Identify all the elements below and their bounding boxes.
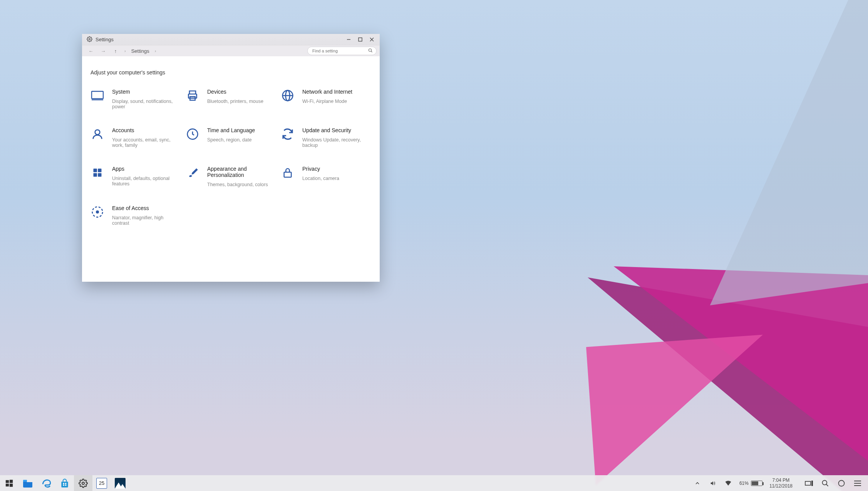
wifi-icon[interactable]: [724, 480, 732, 486]
category-title: Apps: [112, 166, 181, 172]
category-title: Network and Internet: [302, 89, 352, 95]
taskbar-settings[interactable]: [74, 475, 92, 491]
breadcrumb[interactable]: Settings: [131, 48, 149, 54]
category-time-language[interactable]: Time and LanguageSpeech, region, date: [186, 127, 276, 148]
category-accounts[interactable]: AccountsYour accounts, email, sync, work…: [90, 127, 181, 148]
maximize-button[interactable]: [354, 34, 366, 45]
battery-percent: 61%: [739, 481, 749, 486]
category-devices[interactable]: DevicesBluetooth, printers, mouse: [186, 89, 276, 109]
task-view-icon[interactable]: [805, 480, 813, 486]
taskbar-clock[interactable]: 7:04 PM 11/12/2018: [769, 478, 793, 489]
category-desc: Themes, background, colors: [207, 182, 276, 187]
brush-icon: [186, 166, 199, 180]
category-ease-of-access[interactable]: Ease of AccessNarrator, magnifier, high …: [90, 205, 181, 226]
svg-rect-26: [10, 483, 13, 486]
category-title: Privacy: [302, 166, 339, 172]
page-heading: Adjust your computer's settings: [90, 69, 371, 76]
clock-time: 7:04 PM: [769, 478, 793, 483]
svg-point-37: [839, 480, 845, 486]
category-apps[interactable]: AppsUninstall, defaults, optional featur…: [90, 166, 181, 187]
taskbar-left: 25: [0, 475, 129, 491]
person-icon: [90, 127, 104, 141]
category-personalization[interactable]: Appearance and PersonalizationThemes, ba…: [186, 166, 276, 187]
svg-rect-33: [805, 481, 811, 485]
taskbar-app[interactable]: [111, 475, 129, 491]
battery-status[interactable]: 61%: [739, 481, 762, 486]
svg-line-6: [371, 51, 372, 52]
svg-rect-20: [284, 172, 292, 177]
calendar-icon: 25: [96, 478, 107, 489]
up-button[interactable]: ↑: [112, 48, 119, 54]
category-title: Appearance and Personalization: [207, 166, 276, 178]
category-desc: Speech, region, date: [207, 137, 255, 143]
svg-rect-24: [10, 479, 13, 483]
battery-icon: [751, 481, 762, 486]
category-desc: Windows Update, recovery, backup: [302, 137, 371, 148]
category-privacy[interactable]: PrivacyLocation, camera: [281, 166, 371, 187]
menu-button[interactable]: [853, 480, 862, 486]
category-title: Devices: [207, 89, 263, 95]
svg-point-0: [89, 38, 90, 40]
volume-icon[interactable]: [709, 480, 717, 486]
search-button[interactable]: [821, 479, 829, 487]
clock-date: 11/12/2018: [769, 483, 793, 489]
svg-rect-23: [6, 480, 9, 483]
gear-icon: [87, 36, 92, 43]
taskbar-file-explorer[interactable]: [18, 475, 37, 491]
back-button[interactable]: ←: [87, 48, 94, 54]
svg-point-14: [95, 130, 100, 135]
svg-rect-25: [6, 483, 9, 486]
category-desc: Bluetooth, printers, mouse: [207, 99, 263, 104]
category-desc: Wi-Fi, Airplane Mode: [302, 99, 352, 104]
minimize-button[interactable]: [343, 34, 354, 45]
category-desc: Uninstall, defaults, optional features: [112, 176, 181, 187]
svg-rect-16: [94, 169, 97, 172]
window-title: Settings: [96, 37, 343, 42]
lock-icon: [281, 166, 295, 180]
settings-content: Adjust your computer's settings SystemDi…: [82, 56, 380, 282]
svg-point-5: [369, 49, 372, 52]
category-network[interactable]: Network and InternetWi-Fi, Airplane Mode: [281, 89, 371, 109]
printer-icon: [186, 89, 199, 103]
category-title: Accounts: [112, 127, 181, 133]
nav-toolbar: ← → ↑ › Settings ›: [82, 45, 380, 56]
svg-rect-7: [92, 91, 103, 99]
category-title: Ease of Access: [112, 205, 181, 211]
taskbar-edge[interactable]: [37, 475, 55, 491]
taskbar-right: 61% 7:04 PM 11/12/2018: [693, 475, 864, 491]
accessibility-icon: [90, 205, 104, 219]
sync-icon: [281, 127, 295, 141]
forward-button[interactable]: →: [100, 48, 107, 54]
svg-rect-28: [63, 483, 64, 484]
display-icon: [90, 89, 104, 103]
taskbar-calendar[interactable]: 25: [92, 475, 111, 491]
category-title: Update and Security: [302, 127, 371, 133]
category-desc: Your accounts, email, sync, work, family: [112, 137, 181, 148]
category-update-security[interactable]: Update and SecurityWindows Update, recov…: [281, 127, 371, 148]
chevron-right-icon: ›: [124, 49, 126, 53]
svg-rect-30: [63, 484, 64, 486]
chevron-right-icon: ›: [155, 49, 156, 53]
category-title: System: [112, 89, 181, 95]
close-button[interactable]: [366, 34, 377, 45]
search-input[interactable]: [307, 47, 377, 55]
tray-expand-button[interactable]: [693, 481, 702, 486]
taskbar-store[interactable]: [55, 475, 74, 491]
category-desc: Display, sound, notifications, power: [112, 99, 181, 109]
category-system[interactable]: SystemDisplay, sound, notifications, pow…: [90, 89, 181, 109]
window-titlebar[interactable]: Settings: [82, 34, 380, 45]
cortana-button[interactable]: [837, 479, 846, 487]
svg-rect-27: [23, 480, 27, 482]
svg-rect-17: [98, 169, 101, 172]
search-icon[interactable]: [368, 47, 373, 54]
svg-rect-34: [811, 481, 813, 486]
svg-rect-2: [359, 38, 362, 41]
clock-icon: [186, 127, 199, 141]
start-button[interactable]: [0, 475, 18, 491]
category-desc: Location, camera: [302, 176, 339, 181]
apps-grid-icon: [90, 166, 104, 180]
globe-icon: [281, 89, 295, 103]
svg-rect-31: [65, 484, 66, 486]
svg-line-36: [826, 484, 828, 486]
svg-point-32: [82, 482, 84, 484]
